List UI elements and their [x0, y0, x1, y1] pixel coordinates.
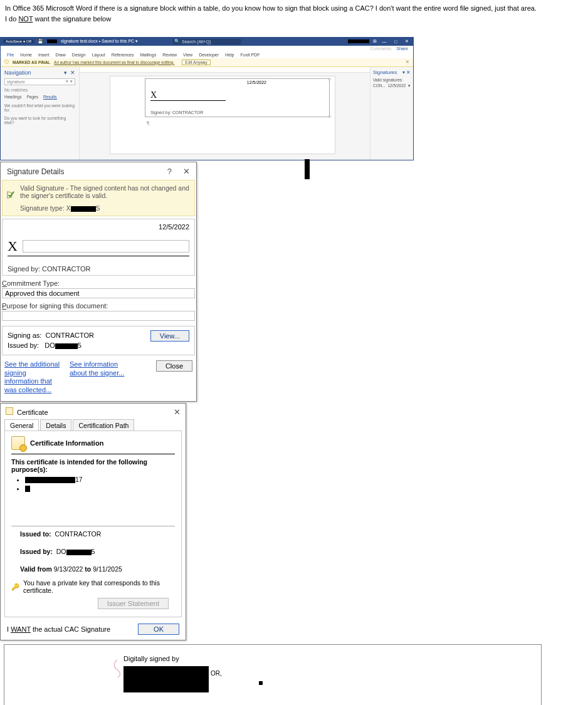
nav-tab-headings[interactable]: Headings	[4, 95, 21, 100]
issuer-statement-button: Issuer Statement	[98, 598, 169, 609]
cert-private-key-note: 🔑 You have a private key that correspond…	[11, 579, 175, 594]
nav-nomatches: No matches	[4, 88, 75, 92]
signature-image-field[interactable]	[23, 240, 189, 253]
sigpane-title: Signatures	[373, 70, 397, 75]
signature-table-cell[interactable]: 12/5/2022 X Signed by: CONTRACTOR □ □	[145, 78, 330, 117]
tab-mailings[interactable]: Mailings	[140, 53, 156, 57]
msgbar-close[interactable]: ✕	[406, 60, 409, 65]
post-line2: I do NOT want the signature below	[5, 14, 583, 24]
preview-signed-by: Signed by: CONTRACTOR	[8, 265, 189, 273]
tab-view[interactable]: View	[183, 53, 192, 57]
sig-signed-by: Signed by: CONTRACTOR	[150, 110, 203, 115]
document-canvas[interactable]: 12/5/2022 X Signed by: CONTRACTOR □ □ ¶	[80, 67, 370, 160]
post-line2-not: NOT	[18, 15, 33, 23]
nav-tab-results[interactable]: Results	[43, 95, 57, 100]
tab-design[interactable]: Design	[72, 53, 86, 57]
nav-msg1: We couldn't find what you were looking f…	[4, 103, 75, 112]
dlg-title-text: Signature Details	[7, 167, 64, 176]
user-redact	[348, 39, 369, 43]
cert-tab-details[interactable]: Details	[40, 419, 71, 431]
ok-button[interactable]: OK	[138, 624, 179, 635]
view-button[interactable]: View...	[150, 330, 189, 342]
table-handle[interactable]: □	[328, 77, 331, 81]
close-button[interactable]: Close	[156, 360, 192, 372]
dlg-close-button[interactable]: ✕	[183, 167, 190, 176]
tab-layout[interactable]: Layout	[92, 53, 105, 57]
signature-preview: 12/5/2022 X Signed by: CONTRACTOR	[2, 219, 195, 276]
table-resize[interactable]: □	[328, 115, 331, 118]
nav-search-input[interactable]: signature ✕ ▾	[4, 78, 75, 85]
edit-anyway-button[interactable]: Edit Anyway	[182, 60, 210, 65]
tab-help[interactable]: Help	[225, 53, 234, 57]
autosave-toggle[interactable]: AutoSave ● Off	[3, 39, 34, 43]
ruler	[80, 67, 370, 73]
nav-search-value: signature	[7, 80, 25, 84]
search-box[interactable]: 🔍 Search (Alt+Q)	[172, 39, 241, 44]
tab-references[interactable]: References	[112, 53, 134, 57]
signing-as-value: CONTRACTOR	[46, 332, 94, 339]
app-grid-icon[interactable]: ⊞	[373, 39, 377, 44]
cert-tab-general[interactable]: General	[4, 419, 39, 431]
sigpane-close-icon[interactable]: ✕	[406, 70, 411, 75]
preview-date: 12/5/2022	[8, 223, 189, 231]
msgbar-label: MARKED AS FINAL	[13, 60, 50, 65]
link-additional-info[interactable]: See the additional signing information t…	[4, 360, 61, 395]
sigtype-redact	[71, 206, 96, 212]
sigtype-trail: S	[96, 204, 100, 212]
share-button[interactable]: Share	[396, 46, 408, 51]
nav-dropdown-icon[interactable]: ▾	[64, 70, 67, 76]
tab-file[interactable]: File	[7, 53, 14, 57]
titlebar-redact	[47, 39, 57, 43]
nav-tab-pages[interactable]: Pages	[26, 95, 38, 100]
save-icon[interactable]: 💾	[38, 39, 43, 44]
minimize-button[interactable]: —	[381, 39, 388, 44]
info-icon: ⓘ	[4, 60, 9, 65]
nav-close-icon[interactable]: ✕	[70, 70, 75, 76]
tab-home[interactable]: Home	[20, 53, 32, 57]
sigpane-valid-label: Valid signatures:	[373, 78, 411, 82]
commitment-label: Commitment Type:	[2, 279, 195, 287]
tab-developer[interactable]: Developer	[199, 53, 219, 57]
dlg-help-button[interactable]: ?	[167, 167, 172, 176]
post-line2-a: I do	[5, 15, 18, 23]
navigation-pane: Navigation ▾ ✕ signature ✕ ▾ No matches …	[1, 67, 80, 160]
ribbon-tabs: File Home Insert Draw Design Layout Refe…	[1, 51, 413, 58]
cert-divider	[11, 454, 175, 454]
tab-foxit[interactable]: Foxit PDF	[240, 53, 260, 57]
desired-signature-box: Digitally signed by OR,	[4, 644, 542, 705]
tab-review[interactable]: Review	[162, 53, 177, 57]
doc-title[interactable]: signature test.docx • Saved to this PC ▾	[61, 39, 138, 44]
cert-purpose-1-tail: 17	[75, 476, 83, 483]
sigpane-dropdown-icon[interactable]: ▾	[402, 70, 405, 75]
close-window-button[interactable]: ✕	[403, 39, 411, 44]
cert-purpose-2	[25, 484, 175, 492]
signature-or-text: OR,	[211, 670, 222, 677]
preview-underline	[8, 256, 189, 256]
maximize-button[interactable]: □	[392, 39, 399, 44]
issued-by-redact	[55, 343, 78, 349]
issued-by-label: Issued by:	[8, 342, 39, 349]
cert-divider-2	[11, 526, 175, 526]
nav-search-clear-icon[interactable]: ✕ ▾	[65, 79, 73, 84]
sigpane-entry-date: 12/5/2022	[387, 83, 406, 88]
cert-info-heading: Certificate Information	[30, 439, 103, 447]
sigpane-entry-dropdown-icon[interactable]: ▾	[408, 83, 411, 88]
commitment-value: Approved this document	[5, 290, 80, 297]
purpose-field[interactable]	[2, 311, 195, 321]
comments-button[interactable]: Comments	[370, 46, 391, 51]
commitment-field[interactable]: Approved this document	[2, 288, 195, 298]
signing-as-label: Signing as:	[8, 332, 41, 339]
link-signer-info[interactable]: See information about the signer...	[70, 360, 126, 395]
tab-draw[interactable]: Draw	[55, 53, 65, 57]
sig-line	[150, 100, 226, 101]
cert-tab-path[interactable]: Certification Path	[73, 419, 134, 431]
valid-text: Valid Signature - The signed content has…	[20, 184, 189, 199]
cert-issued-by-redact	[66, 550, 92, 555]
signature-swirl-icon	[112, 659, 122, 677]
want-statement: I WANT the actual CAC Signature	[7, 625, 110, 633]
word-titlebar: AutoSave ● Off 💾 signature test.docx • S…	[1, 38, 413, 46]
tab-insert[interactable]: Insert	[38, 53, 50, 57]
cert-close-button[interactable]: ✕	[174, 407, 181, 417]
nav-msg2: Do you want to look for something else?	[4, 116, 75, 125]
sigpane-entry[interactable]: CON... 12/5/2022 ▾	[373, 83, 411, 88]
